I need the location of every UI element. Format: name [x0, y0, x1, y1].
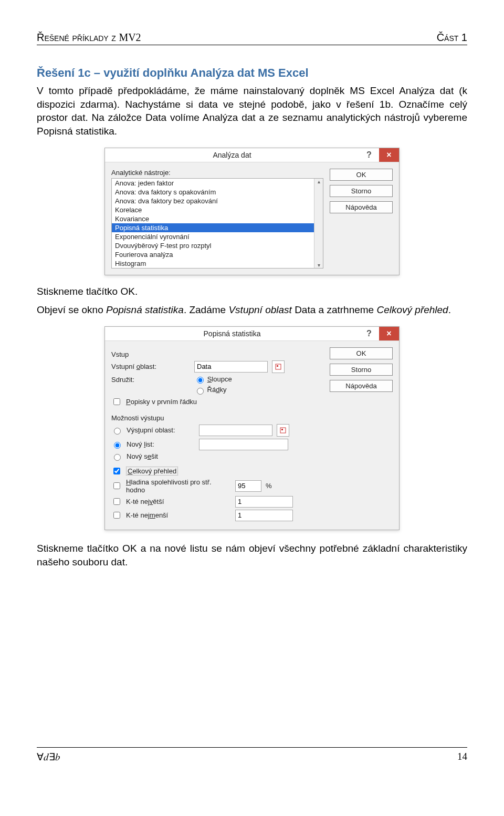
ok-button[interactable]: OK [330, 169, 393, 181]
vstupni-oblast-label: Vstupní oblast: [111, 363, 190, 370]
paragraph-3: Stiskneme tlačítko OK a na nové listu se… [37, 542, 467, 569]
novy-sesit-radio[interactable] [114, 454, 121, 461]
close-icon[interactable]: × [379, 327, 399, 340]
help-icon[interactable]: ? [359, 327, 379, 340]
knejmensi-input[interactable] [235, 510, 293, 521]
list-item[interactable]: Fourierova analýza [112, 250, 323, 259]
range-picker-icon[interactable] [272, 360, 285, 373]
paragraph-1: V tomto případě předpokládáme, že máme n… [37, 84, 467, 138]
hladina-input[interactable] [235, 480, 261, 492]
scroll-down-icon[interactable]: ▾ [318, 262, 320, 268]
dialog2-title-buttons: ? × [359, 327, 399, 340]
radky-radio-row: Řádky [194, 386, 226, 395]
knejmensi-checkbox[interactable] [113, 512, 120, 519]
list-item[interactable]: Anova: dva faktory s opakováním [112, 188, 323, 197]
novy-sesit-label: Nový sešit [127, 452, 158, 460]
knejmensi-label: K-té nejmenší [126, 511, 231, 519]
novy-list-radio[interactable] [114, 442, 121, 449]
knejvetsi-checkbox[interactable] [113, 498, 120, 505]
listbox-scrollbar[interactable]: ▴ ▾ [314, 179, 323, 268]
svg-rect-1 [277, 365, 278, 367]
section-title: Řešení 1c – využití doplňku Analýza dat … [37, 66, 467, 80]
tools-label: Analytické nástroje: [111, 169, 323, 177]
paragraph-2a: Stiskneme tlačítko OK. [37, 285, 467, 298]
dialog1-titlebar: Analýza dat ? × [105, 148, 399, 162]
novy-list-label: Nový list: [127, 440, 195, 448]
popisky-label: Popisky v prvním řádku [126, 398, 197, 406]
hladina-label: Hladina spolehlivosti pro stř. hodno [126, 478, 231, 494]
page-header: Řešené příklady z MV2 Část 1 [37, 32, 467, 45]
header-mv2: MV2 [119, 32, 141, 43]
list-item[interactable]: Histogram [112, 259, 323, 268]
list-item[interactable]: Korelace [112, 205, 323, 214]
vystupni-oblast-label: Výstupní oblast: [127, 426, 195, 434]
list-item[interactable]: Anova: dva faktory bez opakování [112, 197, 323, 205]
page-footer: ∀𝑑∃𝑏 14 [37, 747, 467, 763]
vstup-label: Vstup [111, 350, 323, 358]
cancel-button[interactable]: Storno [330, 185, 393, 197]
footer-left: ∀𝑑∃𝑏 [37, 751, 60, 763]
percent-label: % [266, 482, 272, 490]
dialog-analyza-dat: Analýza dat ? × Analytické nástroje: Ano… [104, 148, 400, 275]
celkovy-prehled-label: Celkový přehled [126, 467, 178, 476]
svg-rect-3 [281, 429, 283, 430]
dialog1-title-buttons: ? × [359, 148, 399, 162]
scroll-up-icon[interactable]: ▴ [318, 179, 320, 184]
help-icon[interactable]: ? [359, 148, 379, 162]
vstupni-oblast-input[interactable] [194, 361, 268, 373]
sdruzit-label: Sdružit: [111, 376, 190, 384]
analysis-tools-listbox[interactable]: Anova: jeden faktor Anova: dva faktory s… [111, 178, 323, 268]
popisky-checkbox[interactable] [113, 398, 120, 405]
paragraph-2b: Objeví se okno Popisná statistika. Zadám… [37, 303, 467, 317]
footer-page-number: 14 [457, 751, 467, 763]
header-left: Řešené příklady z MV2 [37, 32, 141, 44]
dialog1-title: Analýza dat [105, 148, 359, 162]
novy-list-input[interactable] [199, 439, 288, 450]
header-right: Část 1 [437, 32, 467, 44]
help-button[interactable]: Nápověda [330, 380, 393, 392]
list-item-selected[interactable]: Popisná statistika [112, 223, 323, 232]
header-left-prefix: Řešené příklady z [37, 32, 119, 43]
range-picker-icon[interactable] [277, 424, 289, 437]
moznosti-label: Možnosti výstupu [111, 414, 323, 422]
ok-button[interactable]: OK [330, 347, 393, 359]
vystupni-oblast-radio[interactable] [114, 428, 121, 435]
sloupce-radio[interactable] [197, 377, 204, 384]
list-item[interactable]: Anova: jeden faktor [112, 179, 323, 188]
dialog2-titlebar: Popisná statistika ? × [105, 327, 399, 341]
dialog2-title: Popisná statistika [105, 327, 359, 340]
help-button[interactable]: Nápověda [330, 201, 393, 213]
celkovy-prehled-checkbox[interactable] [113, 468, 120, 474]
list-item[interactable]: Dvouvýběrový F-test pro rozptyl [112, 241, 323, 250]
cancel-button[interactable]: Storno [330, 364, 393, 376]
hladina-checkbox[interactable] [113, 482, 120, 489]
radky-radio[interactable] [197, 388, 204, 395]
sloupce-radio-row: Sloupce [194, 375, 232, 384]
close-icon[interactable]: × [379, 148, 399, 162]
knejvetsi-input[interactable] [235, 496, 293, 508]
knejvetsi-label: K-té největší [126, 498, 231, 505]
vystupni-oblast-input[interactable] [199, 425, 272, 436]
list-item[interactable]: Exponenciální vyrovnání [112, 232, 323, 241]
list-item[interactable]: Kovariance [112, 214, 323, 223]
dialog-popisna-statistika: Popisná statistika ? × Vstup Vstupní obl… [104, 326, 400, 530]
